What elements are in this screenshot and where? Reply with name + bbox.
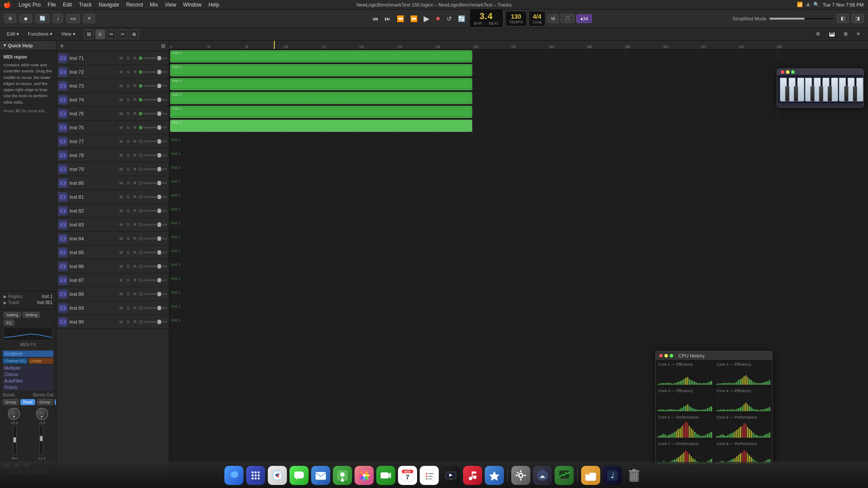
pan-knob[interactable] bbox=[36, 408, 48, 420]
track-solo-88[interactable]: S bbox=[125, 291, 131, 297]
track-fader-75[interactable] bbox=[143, 113, 167, 115]
menu-help[interactable]: Help bbox=[206, 2, 222, 8]
track-lane-77[interactable]: Inst 1 bbox=[169, 133, 868, 147]
dock-mail[interactable] bbox=[311, 466, 330, 485]
close-panel-btn[interactable]: ✕ bbox=[853, 30, 864, 38]
piano-black-key[interactable] bbox=[785, 86, 789, 102]
track-header-88[interactable]: Inst 88 M S R bbox=[56, 287, 169, 301]
track-solo-76[interactable]: S bbox=[125, 124, 131, 131]
menu-view[interactable]: View bbox=[162, 2, 179, 8]
plugin-limiter[interactable]: Limiter bbox=[29, 358, 54, 364]
track-lane-88[interactable]: Inst 1 bbox=[169, 285, 868, 299]
time-sig-display[interactable]: 4/4 Cmaj bbox=[529, 11, 546, 26]
track-lane-73[interactable]: Inst 1 bbox=[169, 77, 868, 91]
track-power-82[interactable] bbox=[139, 209, 142, 213]
track-lane-85[interactable]: Inst 1 bbox=[169, 244, 868, 258]
instrument-keys[interactable] bbox=[777, 75, 863, 103]
pencil-tool-button[interactable]: ✏ bbox=[107, 29, 116, 39]
track-header-78[interactable]: Inst 78 M S R bbox=[56, 148, 169, 162]
position-display[interactable]: 3.4 BAR BEAT bbox=[469, 9, 503, 28]
track-fader-88[interactable] bbox=[143, 293, 167, 295]
menu-navigate[interactable]: Navigate bbox=[96, 2, 122, 8]
track-solo-80[interactable]: S bbox=[125, 180, 131, 186]
track-fader-73[interactable] bbox=[143, 85, 167, 87]
new-tracks-button[interactable]: ⊕ bbox=[4, 14, 16, 23]
track-lane-80[interactable]: Inst 1 bbox=[169, 174, 868, 188]
track-arm-81[interactable]: R bbox=[132, 194, 138, 200]
track-arm-89[interactable]: R bbox=[132, 305, 138, 311]
menu-mix[interactable]: Mix bbox=[147, 2, 161, 8]
track-fader-86[interactable] bbox=[143, 265, 167, 267]
track-power-88[interactable] bbox=[139, 292, 142, 296]
record-settings-button[interactable]: ⏺ bbox=[20, 14, 32, 23]
track-solo-73[interactable]: S bbox=[125, 83, 131, 89]
track-lane-86[interactable]: Inst 1 bbox=[169, 258, 868, 272]
track-fader-89[interactable] bbox=[143, 307, 167, 309]
track-fader-71[interactable] bbox=[143, 57, 167, 59]
region-73[interactable]: Inst 1 bbox=[170, 78, 472, 90]
track-arm-74[interactable]: R bbox=[132, 97, 138, 103]
track-arm-77[interactable]: R bbox=[132, 138, 138, 144]
track-power-87[interactable] bbox=[139, 278, 142, 282]
dock-trash[interactable] bbox=[625, 466, 644, 485]
track-lane-84[interactable]: Inst 1 bbox=[169, 230, 868, 244]
track-lane-82[interactable]: Inst 1 bbox=[169, 202, 868, 216]
track-mute-73[interactable]: M bbox=[118, 83, 124, 89]
track-lane-89[interactable]: Inst 1 bbox=[169, 299, 868, 313]
plugin-autofilter[interactable]: AutoFilter bbox=[3, 378, 53, 384]
track-mute-83[interactable]: M bbox=[118, 222, 124, 228]
tempo-display[interactable]: 130 TEMPO bbox=[505, 11, 527, 26]
track-power-83[interactable] bbox=[139, 223, 142, 226]
track-solo-77[interactable]: S bbox=[125, 138, 131, 144]
track-header-80[interactable]: Inst 80 M S R bbox=[56, 176, 169, 190]
piano-icon-btn[interactable]: 🎹 bbox=[825, 30, 838, 38]
aux-fader[interactable] bbox=[39, 425, 43, 455]
cpu-minimize-btn[interactable] bbox=[664, 354, 668, 357]
dock-system-prefs[interactable] bbox=[511, 466, 530, 485]
rewind-button[interactable]: ⏮ bbox=[370, 14, 381, 23]
track-arm-87[interactable]: R bbox=[132, 277, 138, 283]
track-lane-87[interactable]: Inst 1 bbox=[169, 272, 868, 285]
panel-toggle-left[interactable]: ◧ bbox=[837, 14, 849, 23]
sync-button[interactable]: 🔄 bbox=[36, 14, 49, 23]
close-traffic-light[interactable] bbox=[781, 70, 784, 74]
track-header-83[interactable]: Inst 83 M S R bbox=[56, 218, 169, 232]
track-mute-90[interactable]: M bbox=[118, 319, 124, 325]
track-arm-85[interactable]: R bbox=[132, 249, 138, 255]
track-fader-77[interactable] bbox=[143, 141, 167, 142]
track-fader-76[interactable] bbox=[143, 127, 167, 128]
track-header-84[interactable]: Inst 84 M S R bbox=[56, 232, 169, 246]
track-power-81[interactable] bbox=[139, 195, 142, 199]
menu-file[interactable]: File bbox=[45, 2, 59, 8]
track-header-86[interactable]: Inst 86 M S R bbox=[56, 259, 169, 273]
track-mute-82[interactable]: M bbox=[118, 208, 124, 214]
track-header-73[interactable]: Inst 73 M S R bbox=[56, 79, 169, 93]
track-power-84[interactable] bbox=[139, 237, 142, 240]
track-arm-86[interactable]: R bbox=[132, 263, 138, 269]
track-arm-90[interactable]: R bbox=[132, 319, 138, 325]
functions-menu-button[interactable]: Functions ▾ bbox=[24, 30, 56, 38]
region-72[interactable]: Inst 1 bbox=[170, 64, 472, 76]
track-power-72[interactable] bbox=[139, 70, 142, 74]
track-solo-89[interactable]: S bbox=[125, 305, 131, 311]
tempo-button[interactable]: ≡≡ bbox=[66, 14, 80, 23]
track-solo-84[interactable]: S bbox=[125, 236, 131, 242]
track-arm-78[interactable]: R bbox=[132, 152, 138, 158]
volume-knob[interactable] bbox=[8, 408, 20, 420]
cpu-maximize-btn[interactable] bbox=[670, 354, 673, 357]
track-power-74[interactable] bbox=[139, 98, 142, 102]
track-solo-79[interactable]: S bbox=[125, 166, 131, 172]
track-power-77[interactable] bbox=[139, 140, 142, 143]
track-fader-78[interactable] bbox=[143, 154, 167, 156]
list-view-button[interactable]: ≡ bbox=[95, 29, 105, 39]
track-mute-80[interactable]: M bbox=[118, 180, 124, 186]
track-fader-82[interactable] bbox=[143, 210, 167, 212]
track-arm-84[interactable]: R bbox=[132, 236, 138, 242]
cycle-button[interactable]: 🔄 bbox=[456, 14, 467, 23]
eq-btn[interactable]: EQ bbox=[3, 320, 14, 326]
dock-finder-2[interactable] bbox=[581, 466, 600, 485]
track-solo-71[interactable]: S bbox=[125, 55, 131, 61]
plugin-multipler[interactable]: Multipler bbox=[3, 365, 53, 371]
settings-icon-btn[interactable]: ⚙ bbox=[812, 30, 824, 38]
setting-btn-2[interactable]: Setting bbox=[23, 312, 40, 318]
